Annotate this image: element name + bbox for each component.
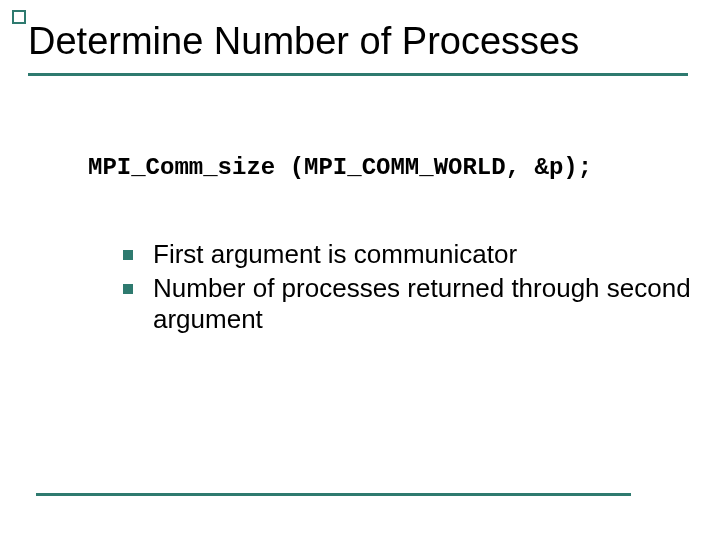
slide: Determine Number of Processes MPI_Comm_s… <box>0 0 720 540</box>
title-underline <box>28 73 688 76</box>
bullet-item: First argument is communicator <box>123 239 692 271</box>
bullet-item: Number of processes returned through sec… <box>123 273 692 336</box>
slide-title: Determine Number of Processes <box>28 20 692 63</box>
bottom-rule <box>36 493 631 496</box>
code-snippet: MPI_Comm_size (MPI_COMM_WORLD, &p); <box>88 154 692 181</box>
corner-decoration <box>12 10 26 24</box>
bullet-list: First argument is communicator Number of… <box>123 239 692 336</box>
